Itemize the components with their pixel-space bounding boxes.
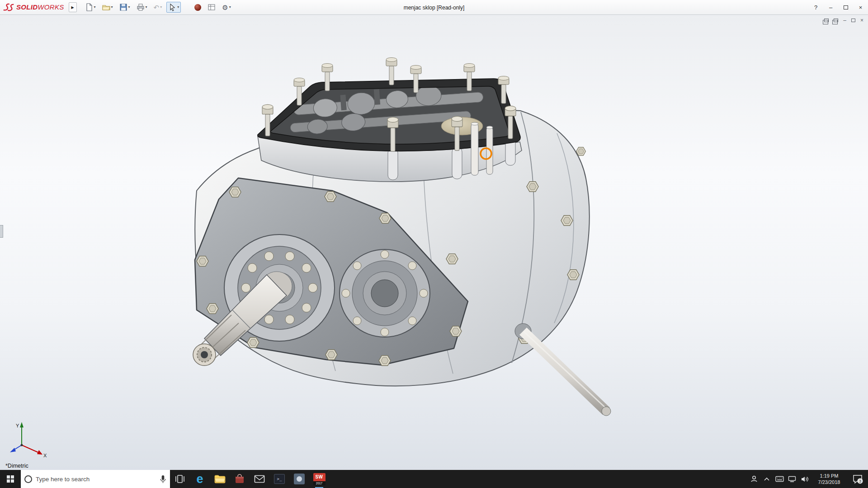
store-app-icon [235,474,245,484]
edge-button[interactable]: e [190,470,210,488]
mail-icon [254,474,265,483]
caret-down-icon: ▾ [160,5,162,9]
touch-keyboard-icon [775,476,784,482]
titlebar: SOLIDWORKS ▶ ▾ ▾ [0,0,868,15]
window-controls: ? – × [808,0,868,15]
solidworks-window: SOLIDWORKS ▶ ▾ ▾ [0,0,868,488]
clock[interactable]: 1:19 PM 7/23/2018 [812,473,846,486]
appearance-button[interactable] [193,3,203,12]
doc-close-button[interactable]: × [860,17,863,23]
save-button[interactable]: ▾ [118,2,132,13]
minimize-button[interactable]: – [823,0,838,15]
select-cursor-icon [168,3,176,11]
maximize-button[interactable] [838,0,853,15]
file-explorer-button[interactable] [210,470,230,488]
print-button[interactable]: ▾ [135,2,149,13]
solidworks-taskbar-button[interactable]: SW 2017 [309,470,329,488]
doc-next-window-button[interactable] [834,17,838,23]
caret-down-icon: ▾ [229,5,231,9]
action-center-button[interactable]: 3 [848,470,867,488]
windows-logo-icon [7,475,14,483]
select-tool-button[interactable]: ▾ [166,2,181,13]
edge-icon: e [196,473,203,485]
document-title: menjac sklop [Read-only] [404,0,465,15]
orientation-triad: Y X [4,420,49,458]
taskbar-search[interactable] [21,470,170,488]
clock-date: 7/23/2018 [813,479,845,485]
volume-icon [801,476,809,483]
show-hidden-icons-button[interactable] [761,470,772,488]
cortana-icon [24,475,32,483]
touch-keyboard-button[interactable] [774,470,785,488]
action-center-icon: 3 [852,474,863,484]
save-icon [119,3,127,11]
mail-button[interactable] [250,470,269,488]
help-button[interactable]: ? [808,0,823,15]
file-explorer-icon [214,474,226,484]
open-button[interactable]: ▾ [100,2,115,13]
terminal-icon: >_ [274,474,285,484]
doc-minimize-button[interactable]: – [843,17,846,23]
network-button[interactable] [787,470,797,488]
network-icon [788,476,796,482]
people-button[interactable] [749,470,760,488]
doc-restore-button[interactable] [851,17,855,23]
restore-window-icon [851,19,855,22]
open-folder-icon [102,3,110,11]
search-input[interactable] [36,476,156,483]
cascade-window-icon [824,19,829,22]
terminal-app-button[interactable]: >_ [269,470,289,488]
new-document-button[interactable]: ▾ [83,2,98,13]
taskbar: e >_ [0,470,868,488]
view-orientation-label: *Dimetric [5,463,28,469]
sw-badge-text: SW [313,473,326,481]
flyout-arrow-icon: ▶ [71,5,74,9]
design-binder-button[interactable] [206,2,217,13]
app-button[interactable] [289,470,309,488]
document-window-controls: – × [824,17,863,23]
undo-button[interactable]: ↶ ▾ [152,3,164,12]
gearbox-model-canvas[interactable] [0,15,868,470]
triad-x-label: X [43,453,47,458]
gear-icon: ⚙ [222,4,228,11]
graphics-viewport[interactable]: – × [0,15,868,470]
start-button[interactable] [0,470,21,488]
quick-access-toolbar: ▾ ▾ ▾ [83,2,233,13]
logo-text-light: WORKS [38,3,64,11]
solidworks-app-icon: SW 2017 [313,473,326,485]
caret-down-icon: ▾ [146,5,147,9]
maximize-icon [844,5,848,9]
task-view-button[interactable] [170,470,190,488]
store-app-button[interactable] [230,470,250,488]
logo-text-bold: SOLID [16,3,38,11]
triad-y-label: Y [16,423,19,428]
print-icon [137,3,145,11]
system-tray: 1:19 PM 7/23/2018 3 [749,470,868,488]
close-button[interactable]: × [853,0,868,15]
ds-logo-icon [3,3,14,12]
gearbox-model [193,58,611,416]
task-view-icon [175,474,185,484]
new-document-icon [85,3,93,11]
caret-down-icon: ▾ [94,5,96,9]
doc-previous-window-button[interactable] [824,17,829,23]
clock-time: 1:19 PM [813,473,845,479]
people-icon [750,475,758,483]
options-button[interactable]: ⚙ ▾ [220,3,232,12]
table-icon [208,3,216,11]
sw-badge-year: 2017 [313,481,326,485]
microphone-icon[interactable] [160,475,166,483]
solidworks-logo: SOLIDWORKS [3,3,64,12]
toolbar-flyout-button[interactable]: ▶ [69,2,77,12]
undo-icon: ↶ [154,4,160,11]
app-icon [294,474,305,484]
caret-down-icon: ▾ [128,5,130,9]
appearance-sphere-icon [194,4,201,11]
caret-down-icon: ▾ [177,5,179,9]
chevron-up-icon [764,477,770,481]
volume-button[interactable] [799,470,810,488]
caret-down-icon: ▾ [111,5,113,9]
notification-badge: 3 [859,479,861,483]
cascade-window-icon [834,19,838,22]
